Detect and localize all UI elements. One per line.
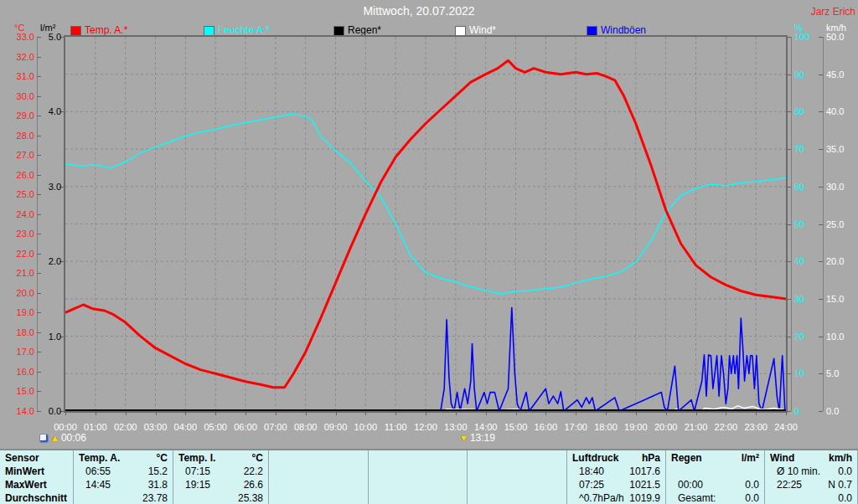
x-axis-label: 22:00	[715, 422, 738, 432]
cell-value: 25.38	[238, 491, 268, 504]
rain-axis-label: 1.0	[34, 331, 61, 342]
temp-axis-label: 19.0	[3, 306, 34, 318]
wind-tick	[819, 373, 823, 374]
x-axis-label: 24:00	[774, 422, 798, 432]
x-axis-label: 15:00	[504, 422, 528, 432]
temp-tick	[37, 194, 41, 195]
temp-axis-label: 24.0	[3, 208, 34, 220]
temp-tick	[37, 352, 41, 352]
windb-en-curve	[65, 308, 785, 411]
x-axis-label: 16:00	[535, 422, 558, 432]
table-cell: 0.0	[765, 491, 857, 504]
x-axis-label: 17:00	[564, 422, 587, 432]
temp-axis-label: 29.0	[3, 110, 34, 121]
hum-tick	[787, 411, 791, 412]
temp-tick	[37, 57, 41, 58]
temp-axis-label: 30.0	[3, 90, 34, 102]
temp-axis-label: 17.0	[3, 346, 34, 357]
x-tick	[756, 411, 757, 415]
humidity-axis-label: 20	[794, 331, 804, 342]
hum-tick	[787, 337, 791, 337]
wind-tick	[819, 299, 823, 300]
x-axis-label: 20:00	[654, 422, 678, 432]
x-axis-label: 18:00	[594, 422, 618, 432]
cell-time: 00:00	[666, 478, 703, 491]
temp-axis-label: 26.0	[3, 169, 34, 181]
wind-tick	[819, 149, 823, 150]
table-column-wind: Windkm/hØ 10 min.0.022:25N 0.70.0	[765, 450, 858, 504]
x-axis-label: 23:00	[744, 422, 768, 432]
cell-time: Luftdruck	[567, 451, 618, 465]
hum-tick	[787, 75, 791, 75]
temp-axis-label: 18.0	[3, 327, 34, 338]
temp-tick	[37, 293, 41, 294]
cell-time: ^0.7hPa/h	[567, 491, 624, 504]
hum-tick	[787, 224, 791, 225]
chart-canvas	[65, 37, 786, 411]
x-axis-label: 21:00	[685, 422, 708, 432]
table-cell: 07:251021.5	[567, 478, 665, 491]
temp-tick	[37, 372, 41, 373]
x-tick	[336, 411, 337, 415]
page-title: Mittwoch, 20.07.2022	[0, 5, 838, 17]
wind-axis-label: 45.0	[826, 69, 844, 80]
x-axis-label: 02:00	[114, 422, 137, 432]
wind-axis-label: 5.0	[826, 368, 839, 379]
temp-tick	[37, 214, 41, 215]
cell-time: Temp. I.	[173, 451, 215, 465]
humidity-axis-label: 90	[794, 69, 804, 80]
x-tick	[606, 411, 607, 415]
table-cell: Gesamt:0.0	[666, 491, 764, 504]
event-time: 00:06	[61, 432, 86, 444]
cell-value: 31.8	[148, 478, 173, 491]
cell-value: 1017.6	[629, 465, 665, 478]
table-cell: 14:4531.8	[74, 478, 173, 491]
wind-tick	[819, 111, 823, 112]
cell-value: l/m²	[742, 451, 764, 465]
row-header: MaxWert	[0, 478, 73, 491]
row-header: MinWert	[0, 465, 73, 478]
table-column-temp-i-: Temp. I.°C07:1522.219:1526.625.38	[173, 450, 269, 504]
cell-value	[759, 465, 764, 478]
temp-axis-label: 23.0	[3, 228, 34, 239]
hum-tick	[787, 37, 791, 38]
weather-chart-window: Mittwoch, 20.07.2022 Jarz Erich °C l/m² …	[0, 0, 858, 504]
x-tick	[96, 411, 96, 415]
down-arrow-icon: ▼	[459, 433, 468, 443]
x-tick	[426, 411, 426, 415]
x-tick	[185, 411, 186, 415]
cell-value: 23.78	[142, 491, 173, 504]
x-tick	[516, 411, 517, 415]
humidity-axis-label: 50	[794, 219, 804, 230]
x-tick	[215, 411, 216, 415]
cell-time	[173, 491, 185, 504]
temp-tick	[37, 391, 41, 392]
humidity-axis-label: 40	[794, 255, 804, 267]
table-column-empty	[269, 450, 369, 504]
table-cell: 06:5515.2	[74, 465, 173, 478]
temp-tick	[37, 234, 41, 234]
table-header-cell: Windkm/h	[765, 451, 857, 465]
cell-time	[765, 491, 777, 504]
x-tick	[576, 411, 576, 415]
cell-time: Gesamt:	[666, 491, 716, 504]
hum-tick	[787, 111, 791, 112]
cell-value: °C	[157, 451, 173, 465]
x-tick	[395, 411, 396, 415]
cell-value: 0.0	[745, 478, 764, 491]
wind-axis-label: 30.0	[826, 181, 844, 193]
table-column-empty	[468, 450, 567, 504]
temp-tick	[37, 254, 41, 255]
temp-axis-label: 25.0	[3, 188, 34, 200]
hum-tick	[787, 373, 791, 374]
temp-axis-label: 15.0	[3, 385, 34, 397]
cell-value: 0.0	[745, 491, 764, 504]
wind-axis-label: 40.0	[826, 105, 844, 117]
temp-axis-line	[37, 37, 38, 411]
x-tick	[246, 411, 246, 415]
humidity-axis-label: 80	[794, 105, 804, 117]
cell-time: 07:25	[567, 478, 604, 491]
cell-time: 07:15	[173, 465, 210, 478]
rain-axis-label: 2.0	[34, 255, 61, 267]
cell-value: 1021.5	[629, 478, 665, 491]
